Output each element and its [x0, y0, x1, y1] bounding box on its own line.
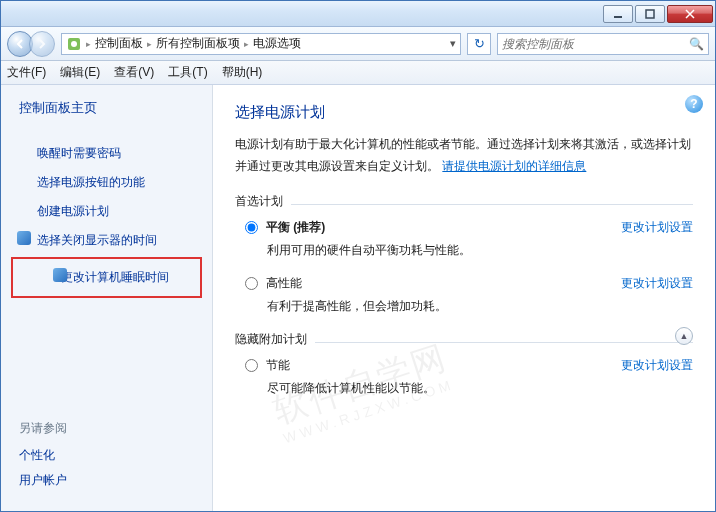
navbar: ▸ 控制面板 ▸ 所有控制面板项 ▸ 电源选项 ▾ ↻ 🔍: [1, 27, 715, 61]
svg-rect-1: [646, 10, 654, 18]
plan-high-perf-name: 高性能: [266, 275, 302, 292]
sidebar-item-sleep-highlight: 更改计算机睡眠时间: [11, 257, 202, 298]
plan-power-saver-radio[interactable]: [245, 359, 258, 372]
plan-balanced-radio-label[interactable]: 平衡 (推荐): [245, 219, 325, 236]
hidden-group: 隐藏附加计划 ▲ 节能 更改计划设置 尽可能降低计算机性能以节能。: [235, 331, 693, 397]
sidebar-item-display-off[interactable]: 选择关闭显示器的时间: [1, 226, 212, 255]
menu-edit[interactable]: 编辑(E): [60, 64, 100, 81]
page-title: 选择电源计划: [235, 103, 693, 122]
menu-view[interactable]: 查看(V): [114, 64, 154, 81]
maximize-button[interactable]: [635, 5, 665, 23]
address-bar[interactable]: ▸ 控制面板 ▸ 所有控制面板项 ▸ 电源选项 ▾: [61, 33, 461, 55]
search-input[interactable]: [502, 37, 689, 51]
breadcrumb-3[interactable]: 电源选项: [253, 35, 301, 52]
plan-balanced: 平衡 (推荐) 更改计划设置 利用可用的硬件自动平衡功耗与性能。: [245, 219, 693, 259]
forward-button[interactable]: [29, 31, 55, 57]
plan-balanced-change-link[interactable]: 更改计划设置: [621, 219, 693, 236]
titlebar: [1, 1, 715, 27]
page-description: 电源计划有助于最大化计算机的性能或者节能。通过选择计划来将其激活，或选择计划并通…: [235, 134, 693, 177]
plan-high-perf-desc: 有利于提高性能，但会增加功耗。: [267, 298, 693, 315]
preferred-group: 首选计划 平衡 (推荐) 更改计划设置 利用可用的硬件自动平衡功耗与性能。: [235, 193, 693, 315]
sidebar: 控制面板主页 唤醒时需要密码 选择电源按钮的功能 创建电源计划 选择关闭显示器的…: [1, 85, 213, 511]
content: ? 选择电源计划 电源计划有助于最大化计算机的性能或者节能。通过选择计划来将其激…: [213, 85, 715, 511]
preferred-label: 首选计划: [235, 194, 283, 208]
menu-file[interactable]: 文件(F): [7, 64, 46, 81]
help-icon[interactable]: ?: [685, 95, 703, 113]
menu-tools[interactable]: 工具(T): [168, 64, 207, 81]
chevron-right-icon: ▸: [244, 39, 249, 49]
sidebar-item-wake-password[interactable]: 唤醒时需要密码: [1, 139, 212, 168]
close-button[interactable]: [667, 5, 713, 23]
search-icon: 🔍: [689, 37, 704, 51]
sidebar-item-power-button[interactable]: 选择电源按钮的功能: [1, 168, 212, 197]
sidebar-item-sleep[interactable]: 更改计算机睡眠时间: [37, 263, 198, 292]
sidebar-home[interactable]: 控制面板主页: [1, 99, 212, 125]
body: 控制面板主页 唤醒时需要密码 选择电源按钮的功能 创建电源计划 选择关闭显示器的…: [1, 85, 715, 511]
window: ▸ 控制面板 ▸ 所有控制面板项 ▸ 电源选项 ▾ ↻ 🔍 文件(F) 编辑(E…: [1, 1, 715, 511]
sidebar-link-personalize[interactable]: 个性化: [19, 443, 194, 468]
plan-balanced-name: 平衡 (推荐): [266, 219, 325, 236]
hidden-label: 隐藏附加计划: [235, 332, 307, 346]
search-box[interactable]: 🔍: [497, 33, 709, 55]
chevron-up-icon: ▲: [680, 331, 689, 341]
plan-high-perf: 高性能 更改计划设置 有利于提高性能，但会增加功耗。: [245, 275, 693, 315]
control-panel-icon: [66, 36, 82, 52]
description-link[interactable]: 请提供电源计划的详细信息: [442, 159, 586, 173]
breadcrumb-1[interactable]: 控制面板: [95, 35, 143, 52]
plan-high-perf-change-link[interactable]: 更改计划设置: [621, 275, 693, 292]
plan-high-perf-radio[interactable]: [245, 277, 258, 290]
plan-power-saver-name: 节能: [266, 357, 290, 374]
plan-balanced-radio[interactable]: [245, 221, 258, 234]
menu-help[interactable]: 帮助(H): [222, 64, 263, 81]
see-also-label: 另请参阅: [19, 420, 194, 437]
svg-rect-0: [614, 16, 622, 18]
plan-power-saver: 节能 更改计划设置 尽可能降低计算机性能以节能。: [245, 357, 693, 397]
minimize-button[interactable]: [603, 5, 633, 23]
plan-power-saver-radio-label[interactable]: 节能: [245, 357, 290, 374]
chevron-right-icon: ▸: [86, 39, 91, 49]
chevron-right-icon: ▸: [147, 39, 152, 49]
nav-buttons: [7, 31, 55, 57]
refresh-button[interactable]: ↻: [467, 33, 491, 55]
sidebar-item-create-plan[interactable]: 创建电源计划: [1, 197, 212, 226]
menubar: 文件(F) 编辑(E) 查看(V) 工具(T) 帮助(H): [1, 61, 715, 85]
sidebar-link-user-accounts[interactable]: 用户帐户: [19, 468, 194, 493]
plan-balanced-desc: 利用可用的硬件自动平衡功耗与性能。: [267, 242, 693, 259]
plan-power-saver-desc: 尽可能降低计算机性能以节能。: [267, 380, 693, 397]
sidebar-bottom: 另请参阅 个性化 用户帐户: [1, 420, 212, 511]
dropdown-chevron-icon[interactable]: ▾: [450, 37, 456, 50]
breadcrumb-2[interactable]: 所有控制面板项: [156, 35, 240, 52]
plan-power-saver-change-link[interactable]: 更改计划设置: [621, 357, 693, 374]
svg-point-3: [71, 41, 77, 47]
plan-high-perf-radio-label[interactable]: 高性能: [245, 275, 302, 292]
